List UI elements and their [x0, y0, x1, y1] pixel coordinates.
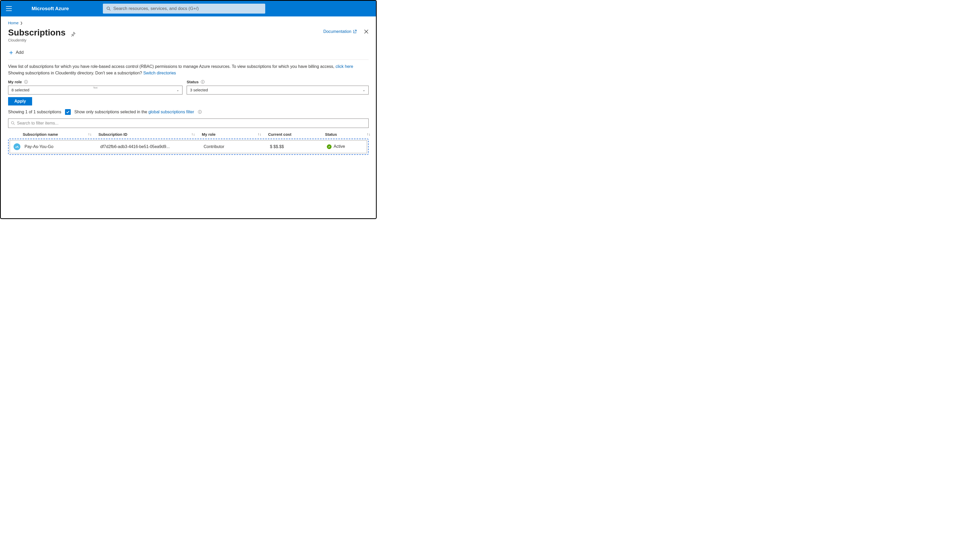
status-active-icon: [327, 144, 331, 149]
svg-point-3: [26, 81, 26, 81]
cell-role: Contributor: [203, 144, 260, 149]
showing-count: Showing 1 of 1 subscriptions: [8, 110, 61, 115]
cell-id: df7d2fb6-adb3-4416-be51-05ea9d9...: [100, 144, 193, 149]
table-row[interactable]: Pay-As-You-Go df7d2fb6-adb3-4416-be51-05…: [10, 140, 367, 153]
search-icon: [11, 121, 15, 125]
my-role-label: My role: [8, 80, 182, 84]
cell-cost: $ $$.$$: [270, 144, 327, 149]
status-value: 3 selected: [190, 88, 208, 92]
col-subscription-name[interactable]: Subscription name: [23, 132, 88, 137]
global-search-input[interactable]: [113, 6, 261, 11]
svg-point-0: [107, 7, 110, 10]
description-part1: View list of subscriptions for which you…: [8, 64, 336, 69]
command-bar: + Add: [8, 47, 369, 60]
global-filter-link[interactable]: global subscriptions filter: [148, 110, 194, 114]
brand-label: Microsoft Azure: [32, 6, 69, 11]
page-title: Subscriptions: [8, 27, 66, 37]
sort-icon[interactable]: ↑↓: [367, 132, 377, 136]
close-icon[interactable]: [364, 29, 369, 34]
svg-point-9: [199, 111, 200, 111]
search-icon: [107, 6, 111, 11]
external-link-icon: [353, 30, 357, 34]
filter-items-wrap[interactable]: [8, 118, 369, 128]
col-current-cost[interactable]: Current cost: [268, 132, 325, 137]
svg-rect-10: [199, 111, 200, 113]
breadcrumb-home[interactable]: Home: [8, 21, 19, 25]
highlighted-row-wrap: Pay-As-You-Go df7d2fb6-adb3-4416-be51-05…: [8, 139, 369, 155]
apply-button[interactable]: Apply: [8, 97, 32, 105]
sort-icon[interactable]: ↑↓: [88, 132, 98, 136]
filter-items-input[interactable]: [17, 121, 366, 126]
top-bar: Microsoft Azure: [1, 1, 376, 16]
chevron-right-icon: ❯: [20, 21, 23, 25]
col-my-role[interactable]: My role: [202, 132, 258, 137]
description-part2: Showing subscriptions in Cloudentity dir…: [8, 71, 143, 75]
page-subtitle: Cloudentity: [8, 38, 76, 42]
cell-name: Pay-As-You-Go: [24, 144, 90, 149]
svg-point-11: [11, 122, 14, 124]
status-label: Status: [187, 80, 369, 84]
subscription-icon: [14, 143, 20, 150]
cell-status: Active: [327, 144, 369, 149]
add-label: Add: [16, 50, 24, 55]
svg-rect-4: [26, 81, 26, 83]
sort-icon[interactable]: ↑↓: [258, 132, 268, 136]
info-icon[interactable]: [201, 80, 205, 84]
switch-directories-link[interactable]: Switch directories: [143, 71, 176, 75]
svg-line-1: [109, 10, 110, 11]
table-header: Subscription name ↑↓ Subscription ID ↑↓ …: [8, 131, 369, 138]
documentation-label: Documentation: [323, 29, 351, 34]
svg-line-12: [14, 124, 15, 125]
my-role-value: 8 selected: [11, 88, 29, 92]
status-dropdown[interactable]: 3 selected ⌄: [187, 86, 369, 95]
col-status[interactable]: Status: [325, 132, 367, 137]
chevron-down-icon: ⌄: [176, 88, 179, 92]
chevron-down-icon: ⌄: [363, 88, 365, 92]
plus-icon: +: [9, 49, 13, 56]
breadcrumb: Home ❯: [8, 21, 369, 25]
description-text: View list of subscriptions for which you…: [8, 63, 369, 76]
info-icon[interactable]: [198, 110, 202, 114]
sort-icon[interactable]: ↑↓: [191, 132, 202, 136]
pin-icon[interactable]: [71, 32, 76, 37]
col-subscription-id[interactable]: Subscription ID: [98, 132, 191, 137]
add-button[interactable]: + Add: [9, 49, 24, 56]
click-here-link[interactable]: click here: [336, 64, 353, 69]
role-hint: Text: [93, 86, 98, 89]
info-icon[interactable]: [24, 80, 28, 84]
documentation-link[interactable]: Documentation: [323, 29, 357, 34]
svg-point-6: [202, 81, 203, 81]
global-search[interactable]: [103, 4, 265, 14]
subscriptions-table: Subscription name ↑↓ Subscription ID ↑↓ …: [8, 131, 369, 155]
my-role-dropdown[interactable]: 8 selected Text ⌄: [8, 86, 182, 95]
show-only-checkbox[interactable]: [65, 109, 71, 115]
show-only-label: Show only subscriptions selected in the …: [74, 110, 194, 115]
hamburger-menu-icon[interactable]: [4, 4, 14, 13]
